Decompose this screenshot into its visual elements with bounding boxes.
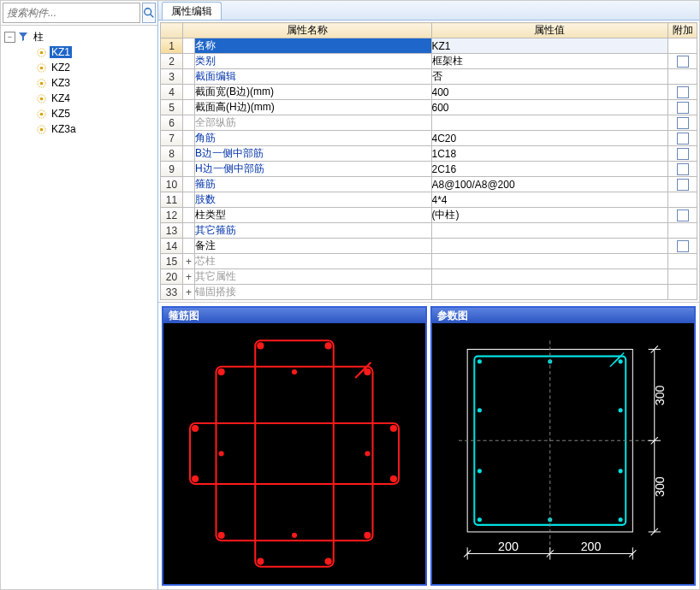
property-value[interactable]: 4*4: [431, 192, 668, 208]
property-row[interactable]: 6全部纵筋: [161, 115, 697, 131]
property-extra[interactable]: [668, 85, 697, 100]
checkbox-icon[interactable]: [677, 148, 689, 160]
property-value[interactable]: KZ1: [431, 38, 668, 54]
property-extra[interactable]: [668, 54, 697, 69]
property-value[interactable]: 400: [431, 85, 668, 100]
row-expander: [183, 85, 195, 100]
tree-root[interactable]: − 柱: [1, 29, 157, 44]
svg-rect-14: [217, 367, 373, 540]
property-row[interactable]: 15+芯柱: [161, 254, 697, 269]
search-button[interactable]: [142, 3, 156, 23]
collapse-icon[interactable]: −: [4, 32, 15, 43]
property-value[interactable]: 2C16: [431, 162, 668, 177]
component-icon: [35, 108, 47, 120]
row-index: 13: [161, 223, 183, 239]
property-extra[interactable]: [668, 177, 697, 192]
row-expander[interactable]: +: [183, 269, 195, 285]
row-expander: [183, 239, 195, 254]
row-expander[interactable]: +: [183, 254, 195, 269]
property-row[interactable]: 33+锚固搭接: [161, 285, 697, 300]
property-value[interactable]: [431, 269, 668, 285]
component-icon: [35, 92, 47, 104]
property-value[interactable]: 框架柱: [431, 54, 668, 69]
tab-property-edit[interactable]: 属性编辑: [162, 2, 222, 20]
property-row[interactable]: 4截面宽(B边)(mm)400: [161, 85, 697, 100]
checkbox-icon[interactable]: [677, 86, 689, 98]
property-value[interactable]: 4C20: [431, 131, 668, 146]
property-row[interactable]: 14备注: [161, 239, 697, 254]
property-value[interactable]: [431, 115, 668, 131]
property-extra[interactable]: [668, 131, 697, 146]
property-row[interactable]: 10箍筋A8@100/A8@200: [161, 177, 697, 192]
property-value[interactable]: A8@100/A8@200: [431, 177, 668, 192]
svg-point-32: [365, 451, 370, 456]
checkbox-icon[interactable]: [677, 209, 689, 221]
checkbox-icon[interactable]: [677, 117, 689, 129]
row-index: 6: [161, 115, 183, 131]
property-name: 锚固搭接: [195, 285, 432, 300]
property-row[interactable]: 3截面编辑否: [161, 69, 697, 85]
main: 属性编辑 属性名称 属性值 附加 1名称KZ12类别框架柱3截面编辑否4截面宽(…: [158, 1, 699, 589]
property-extra[interactable]: [668, 100, 697, 115]
property-row[interactable]: 12柱类型(中柱): [161, 208, 697, 223]
row-expander: [183, 54, 195, 69]
dim-h2: 200: [581, 540, 602, 553]
tree-item[interactable]: KZ4: [1, 91, 157, 106]
property-value[interactable]: [431, 223, 668, 239]
property-value[interactable]: [431, 239, 668, 254]
property-value[interactable]: 否: [431, 69, 668, 85]
checkbox-icon[interactable]: [677, 163, 689, 175]
tree-root-label: 柱: [32, 30, 45, 44]
tree-item[interactable]: KZ3a: [1, 121, 157, 137]
tree-item[interactable]: KZ2: [1, 60, 157, 75]
col-header-value[interactable]: 属性值: [431, 23, 668, 38]
property-value[interactable]: 600: [431, 100, 668, 115]
checkbox-icon[interactable]: [677, 240, 689, 252]
svg-point-43: [478, 408, 482, 412]
property-row[interactable]: 2类别框架柱: [161, 54, 697, 69]
property-name: 全部纵筋: [195, 115, 432, 131]
property-row[interactable]: 7角筋4C20: [161, 131, 697, 146]
property-value[interactable]: [431, 285, 668, 300]
property-value[interactable]: [431, 254, 668, 269]
svg-point-17: [218, 369, 225, 375]
property-row[interactable]: 9H边一侧中部筋2C16: [161, 162, 697, 177]
property-row[interactable]: 5截面高(H边)(mm)600: [161, 100, 697, 115]
row-index: 3: [161, 69, 183, 85]
col-header-name[interactable]: 属性名称: [183, 23, 432, 38]
row-expander: [183, 115, 195, 131]
search-input[interactable]: [3, 3, 140, 23]
property-extra[interactable]: [668, 146, 697, 162]
svg-point-0: [145, 9, 151, 15]
svg-point-27: [192, 475, 199, 482]
checkbox-icon[interactable]: [677, 102, 689, 114]
property-extra: [668, 38, 697, 54]
search-icon: [143, 7, 155, 19]
tree-item[interactable]: KZ1: [1, 44, 157, 60]
row-expander[interactable]: +: [183, 285, 195, 300]
property-row[interactable]: 8B边一侧中部筋1C18: [161, 146, 697, 162]
tree-item[interactable]: KZ5: [1, 106, 157, 121]
property-value[interactable]: 1C18: [431, 146, 668, 162]
tree-item-label: KZ2: [50, 62, 72, 74]
property-name: 肢数: [195, 192, 432, 208]
checkbox-icon[interactable]: [677, 179, 689, 191]
property-extra[interactable]: [668, 162, 697, 177]
property-extra[interactable]: [668, 208, 697, 223]
property-row[interactable]: 11肢数4*4: [161, 192, 697, 208]
property-value[interactable]: (中柱): [431, 208, 668, 223]
property-row[interactable]: 1名称KZ1: [161, 38, 697, 54]
col-header-extra[interactable]: 附加: [668, 23, 697, 38]
svg-point-28: [390, 475, 397, 482]
property-name: H边一侧中部筋: [195, 162, 432, 177]
property-row[interactable]: 13其它箍筋: [161, 223, 697, 239]
property-extra[interactable]: [668, 115, 697, 131]
checkbox-icon[interactable]: [677, 133, 689, 145]
property-extra[interactable]: [668, 239, 697, 254]
property-name: 其它属性: [195, 269, 432, 285]
property-row[interactable]: 20+其它属性: [161, 269, 697, 285]
svg-point-45: [478, 469, 482, 473]
property-name: 箍筋: [195, 177, 432, 192]
checkbox-icon[interactable]: [677, 56, 689, 68]
tree-item[interactable]: KZ3: [1, 75, 157, 91]
